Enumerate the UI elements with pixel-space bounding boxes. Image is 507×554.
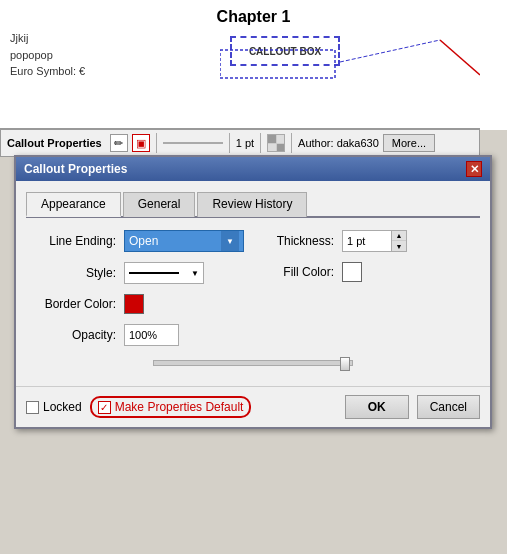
border-color-label: Border Color: <box>26 297 116 311</box>
tab-content-appearance: Line Ending: Open ▼ Style: ▼ <box>26 230 480 366</box>
dialog-footer: Locked ✓ Make Properties Default OK Canc… <box>16 386 490 427</box>
toolbar-icon-pencil[interactable]: ✏ <box>110 134 128 152</box>
chapter-title: Chapter 1 <box>0 0 507 26</box>
line-ending-arrow[interactable]: ▼ <box>221 231 239 251</box>
style-arrow[interactable]: ▼ <box>191 269 199 278</box>
toolbar-sep-4 <box>291 133 292 153</box>
opacity-row: Opacity: <box>26 324 244 346</box>
dialog-title: Callout Properties <box>24 162 127 176</box>
style-row: Style: ▼ <box>26 262 244 284</box>
toolbar-more-button[interactable]: More... <box>383 134 435 152</box>
spinner-up[interactable]: ▲ <box>392 231 406 241</box>
tab-appearance[interactable]: Appearance <box>26 192 121 217</box>
style-label: Style: <box>26 266 116 280</box>
locked-checkbox-label[interactable]: Locked <box>26 400 82 414</box>
toolbar-pt: 1 pt <box>236 137 254 149</box>
thickness-input[interactable] <box>342 230 392 252</box>
opacity-slider-track[interactable] <box>153 360 353 366</box>
toolbar-author: Author: daka630 <box>298 137 379 149</box>
spinner-down[interactable]: ▼ <box>392 241 406 251</box>
make-default-check-mark: ✓ <box>100 402 108 413</box>
callout-box-in-doc: CALLOUT BOX <box>230 36 340 66</box>
style-select[interactable]: ▼ <box>124 262 204 284</box>
spinner-buttons: ▲ ▼ <box>392 230 407 252</box>
make-default-text: Make Properties Default <box>115 400 244 414</box>
callout-toolbar: Callout Properties ✏ ▣ 1 pt Author: daka… <box>0 128 480 157</box>
style-line-preview <box>129 272 179 274</box>
fill-color-swatch[interactable] <box>342 262 362 282</box>
fill-color-row: Fill Color: <box>264 262 480 282</box>
tab-bar: Appearance General Review History <box>26 191 480 218</box>
locked-label: Locked <box>43 400 82 414</box>
slider-row <box>26 356 480 366</box>
opacity-input[interactable] <box>124 324 179 346</box>
thickness-spinner: ▲ ▼ <box>342 230 407 252</box>
line-ending-select[interactable]: Open ▼ <box>124 230 244 252</box>
toolbar-sep-1 <box>156 133 157 153</box>
locked-checkbox[interactable] <box>26 401 39 414</box>
toolbar-icon-box[interactable]: ▣ <box>132 134 150 152</box>
form-col-left: Line Ending: Open ▼ Style: ▼ <box>26 230 244 356</box>
line-ending-label: Line Ending: <box>26 234 116 248</box>
toolbar-sep-3 <box>260 133 261 153</box>
border-color-swatch[interactable] <box>124 294 144 314</box>
border-color-row: Border Color: <box>26 294 244 314</box>
thickness-row: Thickness: ▲ ▼ <box>264 230 480 252</box>
toolbar-title: Callout Properties <box>7 137 102 149</box>
tab-general[interactable]: General <box>123 192 196 217</box>
make-default-checkbox[interactable]: ✓ <box>98 401 111 414</box>
make-default-button[interactable]: ✓ Make Properties Default <box>90 396 252 418</box>
tab-review-history[interactable]: Review History <box>197 192 307 217</box>
document-background: Chapter 1 Jjkij popopop Euro Symbol: € C… <box>0 0 507 130</box>
form-col-right: Thickness: ▲ ▼ Fill Color: <box>264 230 480 356</box>
toolbar-line-style <box>163 142 223 144</box>
line-ending-value: Open <box>129 234 158 248</box>
dialog-close-button[interactable]: ✕ <box>466 161 482 177</box>
callout-properties-dialog: Callout Properties ✕ Appearance General … <box>14 155 492 429</box>
opacity-label: Opacity: <box>26 328 116 342</box>
toolbar-sep-2 <box>229 133 230 153</box>
dialog-body: Appearance General Review History Line E… <box>16 181 490 386</box>
dialog-titlebar: Callout Properties ✕ <box>16 157 490 181</box>
fill-color-label: Fill Color: <box>264 265 334 279</box>
thickness-label: Thickness: <box>264 234 334 248</box>
opacity-slider-thumb[interactable] <box>340 357 350 371</box>
line-ending-row: Line Ending: Open ▼ <box>26 230 244 252</box>
ok-button[interactable]: OK <box>345 395 409 419</box>
form-columns: Line Ending: Open ▼ Style: ▼ <box>26 230 480 356</box>
toolbar-pattern-icon[interactable] <box>267 134 285 152</box>
cancel-button[interactable]: Cancel <box>417 395 480 419</box>
